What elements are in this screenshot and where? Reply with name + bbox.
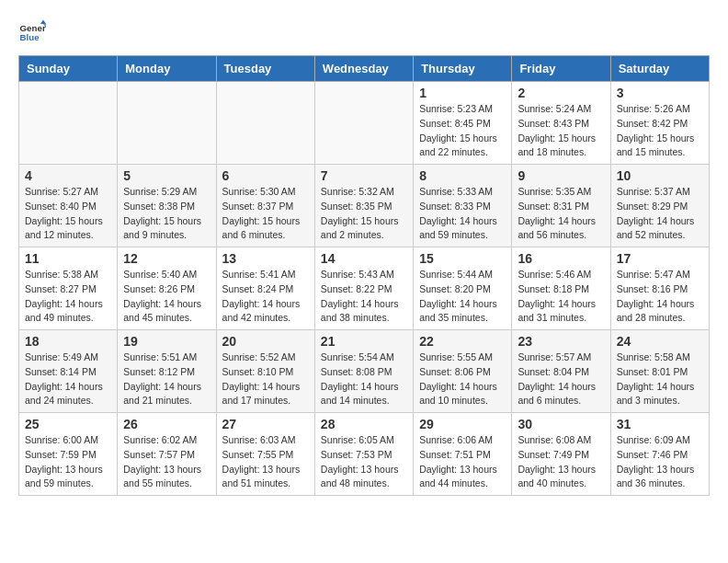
header-day-thursday: Thursday <box>414 56 512 82</box>
day-info: Sunrise: 5:40 AMSunset: 8:26 PMDaylight:… <box>123 268 210 326</box>
day-info: Sunrise: 6:05 AMSunset: 7:53 PMDaylight:… <box>321 433 407 491</box>
day-number: 18 <box>25 334 111 349</box>
calendar-cell: 23Sunrise: 5:57 AMSunset: 8:04 PMDayligh… <box>512 330 610 413</box>
day-number: 24 <box>617 334 703 349</box>
calendar-cell: 16Sunrise: 5:46 AMSunset: 8:18 PMDayligh… <box>512 247 610 330</box>
calendar-cell: 31Sunrise: 6:09 AMSunset: 7:46 PMDayligh… <box>610 413 709 496</box>
header-day-saturday: Saturday <box>610 56 709 82</box>
day-info: Sunrise: 6:02 AMSunset: 7:57 PMDaylight:… <box>123 433 210 491</box>
day-number: 14 <box>321 251 407 266</box>
day-info: Sunrise: 5:49 AMSunset: 8:14 PMDaylight:… <box>25 350 111 408</box>
calendar-cell: 26Sunrise: 6:02 AMSunset: 7:57 PMDayligh… <box>118 413 216 496</box>
calendar-cell: 29Sunrise: 6:06 AMSunset: 7:51 PMDayligh… <box>414 413 512 496</box>
day-number: 21 <box>321 334 407 349</box>
week-row-3: 11Sunrise: 5:38 AMSunset: 8:27 PMDayligh… <box>19 247 710 330</box>
calendar-cell: 28Sunrise: 6:05 AMSunset: 7:53 PMDayligh… <box>314 413 413 496</box>
week-row-4: 18Sunrise: 5:49 AMSunset: 8:14 PMDayligh… <box>19 330 710 413</box>
day-info: Sunrise: 5:52 AMSunset: 8:10 PMDaylight:… <box>222 350 309 408</box>
day-info: Sunrise: 5:37 AMSunset: 8:29 PMDaylight:… <box>617 185 703 243</box>
day-number: 23 <box>518 334 604 349</box>
header-row: SundayMondayTuesdayWednesdayThursdayFrid… <box>19 56 710 82</box>
day-number: 15 <box>419 251 506 266</box>
calendar-cell: 22Sunrise: 5:55 AMSunset: 8:06 PMDayligh… <box>414 330 512 413</box>
day-number: 31 <box>617 417 703 431</box>
day-info: Sunrise: 5:32 AMSunset: 8:35 PMDaylight:… <box>321 185 407 243</box>
day-number: 20 <box>222 334 309 349</box>
day-info: Sunrise: 5:24 AMSunset: 8:43 PMDaylight:… <box>518 102 604 160</box>
day-info: Sunrise: 5:38 AMSunset: 8:27 PMDaylight:… <box>25 268 111 326</box>
day-number: 5 <box>123 168 210 183</box>
calendar-cell: 3Sunrise: 5:26 AMSunset: 8:42 PMDaylight… <box>610 82 709 165</box>
calendar-cell: 12Sunrise: 5:40 AMSunset: 8:26 PMDayligh… <box>118 247 216 330</box>
calendar-cell <box>216 82 314 165</box>
svg-marker-2 <box>40 20 46 25</box>
day-info: Sunrise: 6:09 AMSunset: 7:46 PMDaylight:… <box>617 433 703 491</box>
day-info: Sunrise: 5:33 AMSunset: 8:33 PMDaylight:… <box>419 185 506 243</box>
calendar-cell: 7Sunrise: 5:32 AMSunset: 8:35 PMDaylight… <box>314 165 413 247</box>
calendar-cell: 25Sunrise: 6:00 AMSunset: 7:59 PMDayligh… <box>19 413 118 496</box>
svg-text:Blue: Blue <box>20 32 40 42</box>
day-number: 26 <box>123 417 210 431</box>
day-number: 30 <box>518 417 604 431</box>
calendar-cell: 13Sunrise: 5:41 AMSunset: 8:24 PMDayligh… <box>216 247 314 330</box>
calendar-cell: 10Sunrise: 5:37 AMSunset: 8:29 PMDayligh… <box>610 165 709 247</box>
calendar-cell: 17Sunrise: 5:47 AMSunset: 8:16 PMDayligh… <box>610 247 709 330</box>
header-day-wednesday: Wednesday <box>314 56 413 82</box>
day-number: 6 <box>222 168 309 183</box>
calendar-cell: 20Sunrise: 5:52 AMSunset: 8:10 PMDayligh… <box>216 330 314 413</box>
day-info: Sunrise: 5:23 AMSunset: 8:45 PMDaylight:… <box>419 102 506 160</box>
svg-text:General: General <box>20 23 47 33</box>
day-number: 13 <box>222 251 309 266</box>
calendar-cell: 1Sunrise: 5:23 AMSunset: 8:45 PMDaylight… <box>414 82 512 165</box>
calendar-cell <box>314 82 413 165</box>
day-number: 3 <box>617 86 703 100</box>
day-number: 4 <box>25 168 111 183</box>
day-number: 19 <box>123 334 210 349</box>
calendar-cell: 14Sunrise: 5:43 AMSunset: 8:22 PMDayligh… <box>314 247 413 330</box>
day-info: Sunrise: 6:03 AMSunset: 7:55 PMDaylight:… <box>222 433 309 491</box>
day-info: Sunrise: 5:58 AMSunset: 8:01 PMDaylight:… <box>617 350 703 408</box>
calendar-cell <box>19 82 118 165</box>
logo: General Blue <box>18 18 46 46</box>
day-number: 16 <box>518 251 604 266</box>
header-day-monday: Monday <box>118 56 216 82</box>
day-number: 29 <box>419 417 506 431</box>
calendar-cell: 30Sunrise: 6:08 AMSunset: 7:49 PMDayligh… <box>512 413 610 496</box>
day-number: 1 <box>419 86 506 100</box>
day-number: 27 <box>222 417 309 431</box>
week-row-5: 25Sunrise: 6:00 AMSunset: 7:59 PMDayligh… <box>19 413 710 496</box>
calendar-cell: 21Sunrise: 5:54 AMSunset: 8:08 PMDayligh… <box>314 330 413 413</box>
header-day-tuesday: Tuesday <box>216 56 314 82</box>
calendar-cell <box>118 82 216 165</box>
header-day-sunday: Sunday <box>19 56 118 82</box>
header: General Blue <box>18 18 710 46</box>
day-info: Sunrise: 5:51 AMSunset: 8:12 PMDaylight:… <box>123 350 210 408</box>
calendar-cell: 5Sunrise: 5:29 AMSunset: 8:38 PMDaylight… <box>118 165 216 247</box>
day-info: Sunrise: 5:29 AMSunset: 8:38 PMDaylight:… <box>123 185 210 243</box>
day-number: 8 <box>419 168 506 183</box>
day-info: Sunrise: 5:27 AMSunset: 8:40 PMDaylight:… <box>25 185 111 243</box>
calendar-cell: 8Sunrise: 5:33 AMSunset: 8:33 PMDaylight… <box>414 165 512 247</box>
calendar-cell: 6Sunrise: 5:30 AMSunset: 8:37 PMDaylight… <box>216 165 314 247</box>
day-info: Sunrise: 6:00 AMSunset: 7:59 PMDaylight:… <box>25 433 111 491</box>
day-info: Sunrise: 5:57 AMSunset: 8:04 PMDaylight:… <box>518 350 604 408</box>
day-number: 28 <box>321 417 407 431</box>
day-info: Sunrise: 5:35 AMSunset: 8:31 PMDaylight:… <box>518 185 604 243</box>
day-info: Sunrise: 5:44 AMSunset: 8:20 PMDaylight:… <box>419 268 506 326</box>
day-number: 17 <box>617 251 703 266</box>
calendar-cell: 2Sunrise: 5:24 AMSunset: 8:43 PMDaylight… <box>512 82 610 165</box>
calendar-cell: 4Sunrise: 5:27 AMSunset: 8:40 PMDaylight… <box>19 165 118 247</box>
day-info: Sunrise: 5:30 AMSunset: 8:37 PMDaylight:… <box>222 185 309 243</box>
day-info: Sunrise: 5:47 AMSunset: 8:16 PMDaylight:… <box>617 268 703 326</box>
day-number: 9 <box>518 168 604 183</box>
day-number: 11 <box>25 251 111 266</box>
calendar-table: SundayMondayTuesdayWednesdayThursdayFrid… <box>18 55 710 496</box>
day-number: 7 <box>321 168 407 183</box>
day-info: Sunrise: 5:41 AMSunset: 8:24 PMDaylight:… <box>222 268 309 326</box>
calendar-cell: 18Sunrise: 5:49 AMSunset: 8:14 PMDayligh… <box>19 330 118 413</box>
day-info: Sunrise: 5:46 AMSunset: 8:18 PMDaylight:… <box>518 268 604 326</box>
day-number: 10 <box>617 168 703 183</box>
day-info: Sunrise: 6:06 AMSunset: 7:51 PMDaylight:… <box>419 433 506 491</box>
calendar-cell: 27Sunrise: 6:03 AMSunset: 7:55 PMDayligh… <box>216 413 314 496</box>
day-info: Sunrise: 5:55 AMSunset: 8:06 PMDaylight:… <box>419 350 506 408</box>
